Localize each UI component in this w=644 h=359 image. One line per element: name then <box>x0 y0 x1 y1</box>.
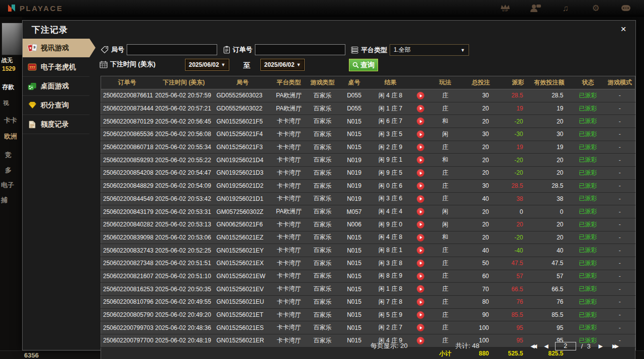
lobby-balance-fragment: 6356 <box>24 351 39 359</box>
chat-icon[interactable] <box>620 3 632 14</box>
table-row: 250602200848829 2025-06-02 20:54:09 GN01… <box>101 179 635 192</box>
cell-order-id: 250602200870129 <box>101 115 153 128</box>
first-page-button[interactable]: ◀◀ <box>530 343 535 349</box>
replay-button[interactable] <box>417 105 424 112</box>
vip-icon[interactable]: VIP <box>499 3 511 14</box>
cell-bet-time: 2025-06-02 20:52:25 <box>153 244 215 257</box>
cell-table-no: N015 <box>338 308 371 321</box>
next-page-button[interactable]: ▶ <box>599 343 603 349</box>
cell-table-no: N015 <box>338 141 371 154</box>
cell-bet-time: 2025-06-02 20:55:22 <box>153 154 215 167</box>
cell-replay <box>411 89 431 102</box>
replay-button[interactable] <box>417 273 424 280</box>
sidebar-item-label: 积分查询 <box>41 101 69 110</box>
cell-game-type: 百家乐 <box>307 192 338 205</box>
replay-button[interactable] <box>417 260 424 267</box>
balance-fragment: 1529 <box>2 65 16 72</box>
platform-select[interactable]: 1.全部 ▼ <box>390 44 469 56</box>
cell-result: 闲 2 庄 7 <box>371 321 411 334</box>
sidebar-item-table-games[interactable]: 桌面游戏 <box>23 77 89 96</box>
cell-round-no: GD05525603023 <box>215 89 271 102</box>
replay-button[interactable] <box>417 117 424 125</box>
replay-button[interactable] <box>417 208 424 215</box>
cell-total-bet: 50 <box>460 257 497 270</box>
cell-platform: 卡卡湾厅 <box>271 128 307 141</box>
table-body: 250602200876611 2025-06-02 20:57:59 GD05… <box>101 89 635 347</box>
cell-game-type: 百家乐 <box>307 167 338 180</box>
support-icon[interactable] <box>529 3 541 14</box>
round-label: 局号 <box>111 45 124 54</box>
cell-game-mode: - <box>605 321 635 334</box>
cell-valid-bet: 38 <box>531 192 572 205</box>
close-icon[interactable]: × <box>617 23 629 35</box>
sidebar-item-slots[interactable]: 777 电子老虎机 <box>23 58 89 77</box>
replay-button[interactable] <box>417 247 424 254</box>
cell-order-id: 250602200799703 <box>101 321 153 334</box>
play-icon <box>420 159 422 162</box>
date-to-select[interactable]: 2025/06/02 ▼ <box>260 59 305 71</box>
cell-replay <box>411 192 431 205</box>
replay-button[interactable] <box>417 182 424 190</box>
last-page-button[interactable]: ▶▶ <box>612 343 617 349</box>
cell-platform: 卡卡湾厅 <box>271 296 307 309</box>
cell-table-no: N015 <box>338 283 371 296</box>
prev-page-button[interactable]: ◀ <box>544 343 548 349</box>
search-button[interactable]: 查询 <box>349 59 378 71</box>
cell-order-id: 250602200821607 <box>101 270 153 283</box>
modal-title: 下注记录 <box>32 24 68 36</box>
replay-button[interactable] <box>417 298 424 306</box>
replay-button[interactable] <box>417 195 424 203</box>
play-icon <box>420 94 422 97</box>
cell-round-no: GN015256021F5 <box>215 115 271 128</box>
cards-icon: ♥ 9 <box>27 44 37 53</box>
replay-button[interactable] <box>417 234 424 242</box>
platform-label: 平台类型 <box>361 46 387 55</box>
cell-replay <box>411 231 431 244</box>
col-round-no: 局号 <box>215 76 271 89</box>
page-number-input[interactable]: 2 <box>555 342 576 350</box>
cell-game-mode: - <box>605 141 635 154</box>
cell-game-mode: - <box>605 102 635 115</box>
date-from-select[interactable]: 2025/06/02 ▼ <box>185 59 229 71</box>
cell-table-no: N015 <box>338 270 371 283</box>
cell-status: 已派彩 <box>572 128 605 141</box>
bet-records-table: 订单号 下注时间 (美东) 局号 平台类型 游戏类型 桌号 结果 玩法 总投注 … <box>101 76 635 359</box>
table-row: 250602200844549 2025-06-02 20:53:42 GN01… <box>101 192 635 205</box>
settings-icon[interactable]: ⚙ <box>590 3 602 14</box>
cell-payout: 19 <box>497 141 531 154</box>
music-icon[interactable]: ♫ <box>560 3 572 14</box>
cell-play-type: 闲 <box>431 205 460 218</box>
replay-button[interactable] <box>417 131 424 138</box>
table-row: 250602200839098 2025-06-02 20:53:06 GN01… <box>101 231 635 244</box>
cell-order-id: 250602200865536 <box>101 128 153 141</box>
replay-button[interactable] <box>417 311 424 319</box>
cell-payout: 28.5 <box>497 89 531 102</box>
cell-play-type: 和 <box>431 154 460 167</box>
replay-button[interactable] <box>417 324 424 331</box>
order-input[interactable] <box>255 44 345 55</box>
sidebar-item-points[interactable]: 积分查询 <box>23 96 89 115</box>
sidebar-item-quota-records[interactable]: 额度记录 <box>23 115 89 134</box>
cell-game-type: 百家乐 <box>307 308 338 321</box>
cell-round-no: GN015256021EZ <box>215 231 271 244</box>
round-input[interactable] <box>127 44 217 55</box>
replay-button[interactable] <box>417 221 424 228</box>
to-label: 至 <box>243 61 250 70</box>
cell-platform: 卡卡湾厅 <box>271 167 307 180</box>
sidebar-item-live-games[interactable]: ♥ 9 视讯游戏 <box>23 39 89 58</box>
replay-button[interactable] <box>417 285 424 293</box>
cell-round-no: GD05525603022 <box>215 102 271 115</box>
cell-order-id: 250602200810796 <box>101 296 153 309</box>
replay-button[interactable] <box>417 92 424 99</box>
cell-game-type: 百家乐 <box>307 231 338 244</box>
cell-total-bet: 20 <box>460 167 497 180</box>
replay-button[interactable] <box>417 156 424 164</box>
cell-status: 已派彩 <box>572 154 605 167</box>
modal-content: 局号 订单号 平台类型 1.全部 ▼ 下注时间 (美东) <box>89 39 635 350</box>
replay-button[interactable] <box>417 144 424 151</box>
table-row: 250602200832743 2025-06-02 20:52:25 GN01… <box>101 244 635 257</box>
cell-valid-bet: 95 <box>531 321 572 334</box>
cell-platform: 卡卡湾厅 <box>271 257 307 270</box>
cell-status: 已派彩 <box>572 141 605 154</box>
replay-button[interactable] <box>417 169 424 177</box>
